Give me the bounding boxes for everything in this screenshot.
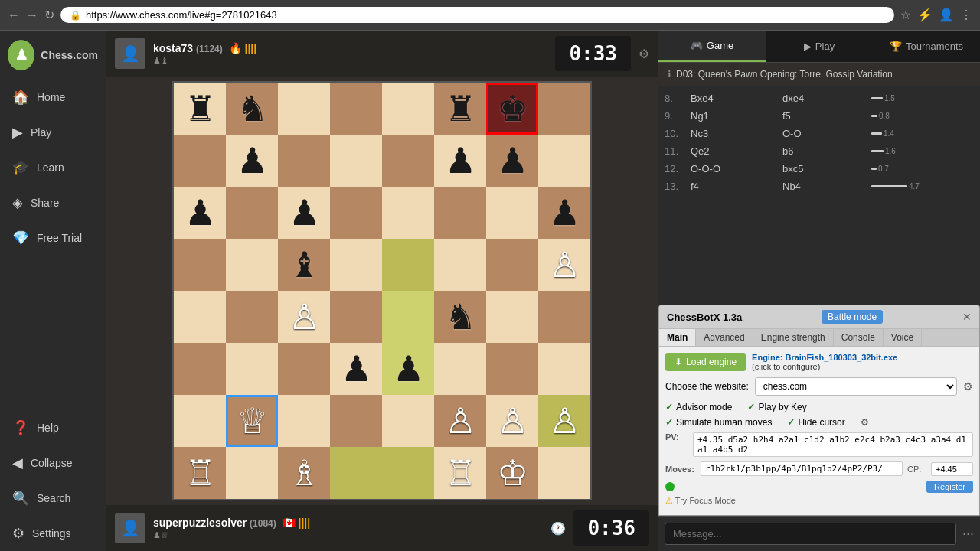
sidebar-item-free-trial[interactable]: 💎 Free Trial: [0, 220, 106, 256]
board-cell[interactable]: [226, 343, 278, 395]
board-cell[interactable]: ♟: [330, 343, 382, 395]
board-cell[interactable]: [382, 187, 434, 239]
board-cell[interactable]: [330, 291, 382, 343]
board-cell[interactable]: [330, 395, 382, 447]
black-move[interactable]: O-O: [779, 126, 871, 141]
board-cell[interactable]: [382, 395, 434, 447]
board-cell[interactable]: ♟: [278, 187, 330, 239]
chess-board[interactable]: ♜♞♜♚♟♟♟♟♟♟♝♙♙♞♟♟♕♙♙♙♖♗♖♔: [172, 81, 592, 500]
board-cell[interactable]: ♜: [174, 83, 226, 135]
board-cell[interactable]: [330, 135, 382, 187]
board-cell[interactable]: [330, 187, 382, 239]
board-cell[interactable]: ♗: [278, 447, 330, 499]
board-cell[interactable]: ♟: [226, 135, 278, 187]
white-move[interactable]: Ng1: [688, 109, 779, 123]
black-move[interactable]: Nb4: [779, 179, 871, 194]
board-cell[interactable]: ♝: [278, 239, 330, 291]
logo-area[interactable]: ♟ Chess.com: [0, 31, 106, 80]
board-cell[interactable]: [278, 395, 330, 447]
focus-mode-row[interactable]: ⚠ Try Focus Mode: [665, 493, 973, 509]
board-cell[interactable]: [330, 239, 382, 291]
sidebar-item-settings[interactable]: ⚙ Settings: [0, 516, 106, 551]
board-cell[interactable]: [174, 135, 226, 187]
chessbot-tab-engine-strength[interactable]: Engine strength: [753, 329, 834, 346]
chessbot-tab-advanced[interactable]: Advanced: [696, 329, 753, 346]
engine-name[interactable]: Engine: BrainFish_180303_32bit.exe: [752, 353, 897, 362]
white-move[interactable]: Bxe4: [688, 91, 779, 106]
board-cell[interactable]: [226, 291, 278, 343]
board-cell[interactable]: ♙: [538, 239, 590, 291]
board-cell[interactable]: [174, 291, 226, 343]
board-cell[interactable]: ♟: [382, 343, 434, 395]
extensions-icon[interactable]: ⚡: [917, 8, 933, 22]
board-cell[interactable]: [382, 291, 434, 343]
board-cell[interactable]: ♟: [174, 187, 226, 239]
white-move[interactable]: O-O-O: [688, 161, 779, 176]
board-cell[interactable]: [226, 447, 278, 499]
forward-button[interactable]: →: [26, 8, 38, 22]
black-move[interactable]: f5: [779, 109, 871, 123]
board-cell[interactable]: [226, 239, 278, 291]
board-cell[interactable]: ♙: [486, 395, 538, 447]
chessbot-tab-main[interactable]: Main: [659, 329, 696, 346]
board-cell[interactable]: ♖: [434, 447, 486, 499]
board-cell[interactable]: ♔: [486, 447, 538, 499]
black-move[interactable]: b6: [779, 144, 871, 158]
board-cell[interactable]: [278, 135, 330, 187]
hide-cursor-toggle[interactable]: ✓ Hide cursor: [787, 417, 844, 428]
tab-tournaments[interactable]: 🏆 Tournaments: [873, 31, 980, 62]
board-cell[interactable]: [226, 187, 278, 239]
sidebar-item-home[interactable]: 🏠 Home: [0, 80, 106, 115]
board-cell[interactable]: ♖: [174, 447, 226, 499]
chat-input[interactable]: [665, 523, 956, 545]
board-cell[interactable]: [538, 447, 590, 499]
sidebar-item-share[interactable]: ◈ Share: [0, 185, 106, 220]
sidebar-item-collapse[interactable]: ◀ Collapse: [0, 445, 106, 481]
board-cell[interactable]: ♜: [434, 83, 486, 135]
bookmark-icon[interactable]: ☆: [900, 8, 911, 22]
sidebar-item-help[interactable]: ❓ Help: [0, 410, 106, 445]
board-cell[interactable]: [538, 83, 590, 135]
menu-icon[interactable]: ⋮: [960, 8, 972, 22]
board-cell[interactable]: [434, 187, 486, 239]
black-move[interactable]: dxe4: [779, 91, 871, 106]
sidebar-item-play[interactable]: ▶ Play: [0, 115, 106, 150]
tab-play[interactable]: ▶ Play: [766, 31, 873, 62]
board-cell[interactable]: ♙: [538, 395, 590, 447]
website-select[interactable]: chess.com: [755, 377, 957, 396]
board-cell[interactable]: [434, 343, 486, 395]
engine-click-hint[interactable]: (click to configure): [752, 362, 820, 371]
close-button[interactable]: ✕: [962, 311, 972, 323]
board-cell[interactable]: [174, 239, 226, 291]
white-move[interactable]: Qe2: [688, 144, 779, 158]
board-cell[interactable]: [486, 291, 538, 343]
back-button[interactable]: ←: [8, 8, 20, 22]
board-cell[interactable]: [174, 395, 226, 447]
settings-gear-icon[interactable]: ⚙: [861, 417, 869, 428]
play-by-key-toggle[interactable]: ✓ Play by Key: [747, 402, 806, 412]
board-cell[interactable]: ♞: [226, 83, 278, 135]
board-cell[interactable]: ♚: [486, 83, 538, 135]
refresh-button[interactable]: ↻: [44, 8, 54, 22]
board-cell[interactable]: ♟: [434, 135, 486, 187]
tab-game[interactable]: 🎮 Game: [658, 31, 766, 62]
board-cell[interactable]: [382, 83, 434, 135]
load-engine-button[interactable]: ⬇ Load engine: [665, 353, 746, 371]
white-move[interactable]: f4: [688, 179, 779, 194]
sidebar-item-learn[interactable]: 🎓 Learn: [0, 150, 106, 185]
board-cell[interactable]: [278, 343, 330, 395]
board-cell[interactable]: ♙: [278, 291, 330, 343]
board-cell[interactable]: [278, 83, 330, 135]
board-cell[interactable]: [538, 135, 590, 187]
chessbot-tab-voice[interactable]: Voice: [884, 329, 922, 346]
board-cell[interactable]: [174, 343, 226, 395]
board-cell[interactable]: [382, 447, 434, 499]
board-cell[interactable]: ♟: [486, 135, 538, 187]
chessbot-tab-console[interactable]: Console: [834, 329, 884, 346]
board-cell[interactable]: ♙: [434, 395, 486, 447]
board-cell[interactable]: ♞: [434, 291, 486, 343]
board-cell[interactable]: [330, 83, 382, 135]
board-cell[interactable]: [486, 239, 538, 291]
board-cell[interactable]: ♟: [538, 187, 590, 239]
black-move[interactable]: bxc5: [779, 161, 871, 176]
